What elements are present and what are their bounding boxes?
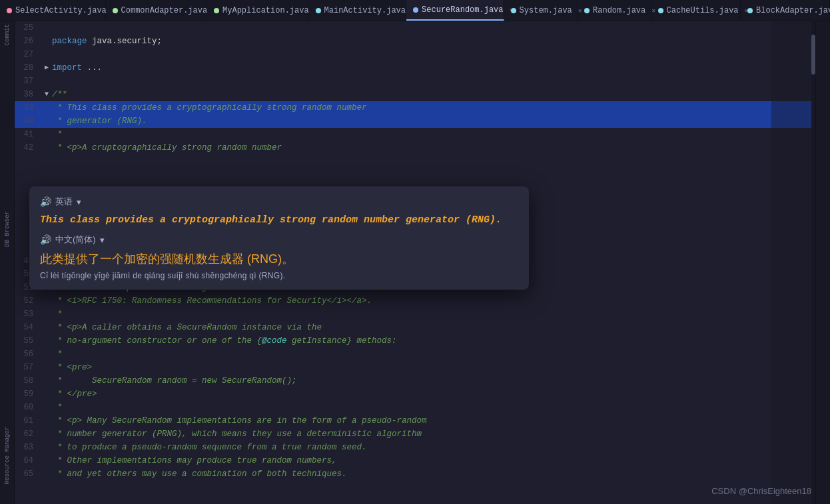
code-line-39: 39 * This class provides a cryptographic… (15, 101, 830, 115)
line-number: 41 (15, 128, 41, 141)
code-line-64: 64 * Other implementations may produce t… (15, 454, 830, 467)
popup-chinese-main: 此类提供了一个加密的强随机数生成器 (RNG)。 (40, 251, 518, 267)
lang-dropdown-zh[interactable]: ▾ (100, 235, 105, 245)
tab-label: MainActivity.java (324, 6, 406, 15)
left-sidebar: Commit DB Browser Resource Manager (0, 21, 15, 504)
tab-label: CommonAdapter.java (121, 6, 208, 15)
sidebar-icon-db[interactable]: DB Browser (3, 211, 12, 247)
tab-dot (658, 8, 663, 13)
line-number: 42 (15, 141, 41, 154)
tab-dot (511, 8, 516, 13)
code-line-25: 25 (15, 21, 830, 35)
line-content: * and yet others may use a combination o… (52, 467, 830, 481)
line-number: 59 (15, 387, 41, 401)
line-content: * This class provides a cryptographicall… (52, 101, 830, 115)
line-number: 28 (15, 61, 41, 75)
minimap (771, 21, 811, 504)
code-line-61: 61 * <p> Many SecureRandom implementatio… (15, 414, 830, 427)
line-number: 57 (15, 361, 41, 374)
fold-marker[interactable]: ▶ (41, 61, 52, 75)
line-number: 62 (15, 427, 41, 441)
tab-label: SecureRandom.java (422, 5, 503, 15)
line-number: 60 (15, 401, 41, 414)
line-number: 38 (15, 88, 41, 101)
code-line-28: 28 ▶ import ... (15, 61, 830, 75)
line-content: /** (52, 88, 830, 101)
line-number: 52 (15, 294, 41, 308)
tab-label: BlockAdapter.java (756, 6, 830, 15)
code-line-59: 59 * </pre> (15, 387, 830, 401)
tab-main-activity[interactable]: MainActivity.java ✕ (309, 0, 407, 21)
line-number: 27 (15, 48, 41, 61)
code-area: 25 26 package java.security; 27 28 ▶ imp… (15, 21, 830, 504)
line-number: 65 (15, 467, 41, 481)
line-content: * generator (RNG). (52, 115, 830, 128)
line-content: * (52, 308, 830, 321)
code-line-56: 56 * (15, 348, 830, 361)
code-line-55: 55 * no-argument constructor or one of t… (15, 334, 830, 348)
tab-block-adapter[interactable]: BlockAdapter.java (741, 0, 830, 21)
line-content: * (52, 401, 830, 414)
line-number: 37 (15, 75, 41, 88)
sidebar-icon-resource[interactable]: Resource Manager (3, 427, 12, 484)
line-content: * no-argument constructor or one of the … (52, 334, 830, 348)
tab-label: Random.java (593, 6, 645, 15)
line-content: * number generator (PRNG), which means t… (52, 427, 830, 441)
speaker-icon-en[interactable]: 🔊 (40, 196, 51, 208)
code-line-37: 37 (15, 75, 830, 88)
line-content: package java.security; (52, 35, 830, 48)
code-line-63: 63 * to produce a pseudo-random sequence… (15, 441, 830, 454)
main-layout: Commit DB Browser Resource Manager 25 26… (0, 21, 830, 504)
fold-marker[interactable]: ▼ (41, 88, 52, 101)
tab-common-adapter[interactable]: CommonAdapter.java ✕ (106, 0, 208, 21)
popup-english-text: This class provides a cryptographically … (40, 213, 518, 227)
line-content: * Other implementations may produce true… (52, 454, 830, 467)
tab-select-activity[interactable]: SelectActivity.java ✕ (0, 0, 106, 21)
line-content: * to produce a pseudo-random sequence fr… (52, 441, 830, 454)
line-content: * SecureRandom random = new SecureRandom… (52, 374, 830, 387)
line-number: 26 (15, 35, 41, 48)
line-number: 56 (15, 348, 41, 361)
line-content: * <p>A cruptographically strong random n… (52, 141, 830, 154)
sidebar-icon-commit[interactable]: Commit (3, 24, 12, 45)
line-content: * <i>RFC 1750: Randomness Recommendation… (52, 294, 830, 308)
tab-dot (214, 8, 219, 13)
line-number: 61 (15, 414, 41, 427)
code-line-54: 54 * <p>A caller obtains a SecureRandom … (15, 321, 830, 334)
line-number: 25 (15, 21, 41, 35)
code-line-38: 38 ▼ /** (15, 88, 830, 101)
tab-dot (747, 8, 753, 13)
code-line-42: 42 * <p>A cruptographically strong rando… (15, 141, 830, 154)
code-line-40: 40 * generator (RNG). (15, 115, 830, 128)
line-content: * (52, 128, 830, 141)
popup-chinese-pinyin: Cǐ lèi tígōngle yīgè jiāmì de qiáng suíj… (40, 271, 518, 280)
line-number: 63 (15, 441, 41, 454)
line-content: * (52, 348, 830, 361)
lang-dropdown-en[interactable]: ▾ (77, 197, 81, 207)
tab-dot (113, 8, 118, 13)
tab-random[interactable]: Random.java ✕ (578, 0, 651, 21)
code-line-57: 57 * <pre> (15, 361, 830, 374)
code-line-58: 58 * SecureRandom random = new SecureRan… (15, 374, 830, 387)
tab-dot (413, 7, 418, 13)
line-number: 40 (15, 115, 41, 128)
tab-dot (7, 8, 12, 13)
watermark: CSDN @ChrisEighteen18 (711, 486, 811, 496)
tab-my-application[interactable]: MyApplication.java ✕ (207, 0, 309, 21)
tab-secure-random[interactable]: SecureRandom.java ✕ (406, 0, 504, 21)
code-line-60: 60 * (15, 401, 830, 414)
code-lines: 25 26 package java.security; 27 28 ▶ imp… (15, 21, 830, 481)
code-line-53: 53 * (15, 308, 830, 321)
tab-label: MyApplication.java (222, 6, 309, 15)
line-number: 55 (15, 334, 41, 348)
line-number: 58 (15, 374, 41, 387)
tab-cache-utils[interactable]: CacheUtils.java ✕ (651, 0, 741, 21)
popup-lang-row-en: 🔊 英语 ▾ (40, 196, 518, 208)
line-content: * </pre> (52, 387, 830, 401)
tab-dot (584, 8, 590, 13)
code-line-27: 27 (15, 48, 830, 61)
line-number: 54 (15, 321, 41, 334)
speaker-icon-zh[interactable]: 🔊 (40, 234, 51, 246)
line-content: * <p>A caller obtains a SecureRandom ins… (52, 321, 830, 334)
tab-system[interactable]: System.java ✕ (504, 0, 578, 21)
